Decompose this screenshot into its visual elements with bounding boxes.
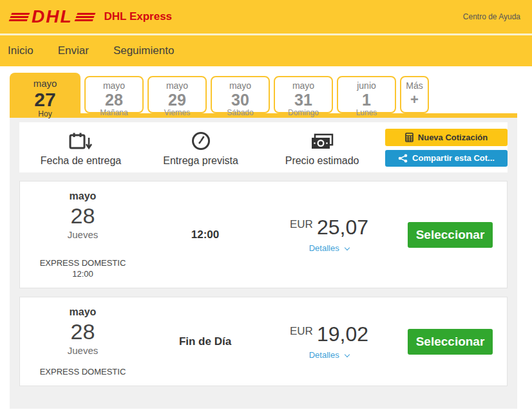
money-icon: [259, 129, 385, 151]
quote-day: 28: [71, 203, 95, 228]
calendar-down-icon: [19, 129, 142, 151]
column-estimated-price: Precio estimado: [259, 129, 385, 167]
details-label: Detalles: [309, 350, 339, 360]
top-header: DHL DHL Express Centro de Ayuda: [0, 0, 532, 33]
tab-day: 27: [10, 89, 81, 109]
service-name: EXPRESS DOMESTIC: [40, 366, 126, 386]
date-tab-mayo-31[interactable]: mayo 31 Domingo: [274, 76, 333, 113]
date-tab-mayo-30[interactable]: mayo 30 Sábado: [211, 76, 270, 113]
quote-actions: Nueva Cotización Compartir esta Cot...: [385, 129, 508, 167]
nav-item-seguimiento[interactable]: Seguimiento: [113, 44, 175, 57]
date-tabs: mayo 27 Hoy mayo 28 Mañana mayo 29 Viern…: [10, 73, 429, 118]
results-panel: Fecha de entrega Entrega prevista: [10, 118, 517, 409]
column-label: Fecha de entrega: [19, 155, 142, 167]
chevron-down-icon: [345, 352, 350, 357]
date-tab-mayo-29[interactable]: mayo 29 Viernes: [147, 76, 207, 113]
quote-row-express-1200: mayo 28 Jueves EXPRESS DOMESTIC 12:00 12…: [19, 181, 508, 288]
service-label: EXPRESS DOMESTIC: [40, 257, 126, 268]
tab-month: mayo: [86, 80, 142, 91]
column-label: Precio estimado: [259, 155, 385, 167]
select-cell: Seleccionar: [394, 329, 507, 355]
tab-day: 28: [86, 91, 142, 108]
date-tabs-zone: mayo 27 Hoy mayo 28 Mañana mayo 29 Viern…: [0, 66, 532, 118]
column-label: Entrega prevista: [142, 155, 259, 167]
select-button[interactable]: Seleccionar: [408, 329, 493, 355]
quote-month: mayo: [70, 306, 97, 319]
new-quote-button[interactable]: Nueva Cotización: [385, 129, 508, 146]
tab-weekday: Domingo: [275, 108, 332, 118]
dhl-logo-text: DHL: [32, 8, 73, 26]
tab-month: junio: [338, 80, 395, 91]
share-quote-label: Compartir esta Cot...: [412, 153, 495, 163]
date-tab-mayo-28[interactable]: mayo 28 Mañana: [84, 76, 144, 113]
price-block: EUR 19,02 Detalles: [265, 323, 394, 360]
calculator-icon: [405, 133, 413, 142]
details-link[interactable]: Detalles: [265, 243, 394, 253]
quote-date: mayo 28 Jueves EXPRESS DOMESTIC 12:00: [20, 182, 146, 288]
select-button[interactable]: Seleccionar: [408, 222, 493, 248]
column-delivery-date: Fecha de entrega: [19, 129, 142, 167]
dhl-logo-stripes-right-icon: [74, 13, 95, 21]
details-label: Detalles: [309, 243, 339, 253]
new-quote-label: Nueva Cotización: [418, 133, 488, 142]
currency-label: EUR: [290, 325, 313, 338]
nav-item-inicio[interactable]: Inicio: [8, 44, 33, 57]
tab-day: 1: [338, 91, 395, 108]
tab-day: 31: [275, 91, 332, 108]
quote-month: mayo: [70, 190, 97, 203]
price-amount: 19,02: [317, 323, 368, 345]
tab-month: mayo: [275, 80, 332, 91]
quote-weekday: Jueves: [68, 344, 99, 357]
tab-month: mayo: [149, 80, 205, 91]
date-tab-junio-1[interactable]: junio 1 Lunes: [337, 76, 396, 113]
quote-weekday: Jueves: [68, 228, 99, 241]
tab-month: Más: [401, 80, 428, 91]
dhl-logo[interactable]: DHL: [10, 8, 94, 26]
date-tab-mayo-27[interactable]: mayo 27 Hoy: [10, 73, 81, 118]
share-icon: [398, 154, 408, 163]
quote-date: mayo 28 Jueves EXPRESS DOMESTIC: [20, 297, 146, 386]
tab-weekday: Lunes: [338, 108, 395, 118]
tab-weekday: Hoy: [10, 109, 81, 119]
tab-day: 29: [149, 91, 205, 108]
clock-icon: [142, 129, 259, 151]
column-expected-delivery: Entrega prevista: [142, 129, 259, 167]
share-quote-button[interactable]: Compartir esta Cot...: [385, 150, 508, 167]
delivery-time: 12:00: [146, 228, 265, 241]
currency-label: EUR: [290, 218, 313, 231]
columns-header: Fecha de entrega Entrega prevista: [19, 122, 508, 172]
nav-item-enviar[interactable]: Enviar: [58, 44, 89, 57]
dhl-logo-stripes-left-icon: [9, 13, 30, 21]
select-cell: Seleccionar: [394, 222, 507, 248]
chevron-down-icon: [345, 245, 350, 250]
tab-weekday: Mañana: [86, 108, 142, 118]
quote-row-express-endofday: mayo 28 Jueves EXPRESS DOMESTIC Fin de D…: [19, 297, 508, 386]
delivery-time: Fin de Día: [146, 335, 265, 348]
details-link[interactable]: Detalles: [265, 350, 394, 360]
date-tab-more[interactable]: Más +: [400, 76, 429, 113]
price-line: EUR 19,02: [265, 323, 394, 345]
tab-weekday: Viernes: [149, 108, 205, 118]
quote-day: 28: [71, 319, 95, 344]
service-time: 12:00: [40, 268, 126, 279]
brand-title: DHL Express: [104, 10, 173, 23]
price-block: EUR 25,07 Detalles: [265, 216, 394, 253]
help-center-link[interactable]: Centro de Ayuda: [463, 12, 520, 21]
plus-icon: +: [401, 91, 428, 108]
main-nav: Inicio Enviar Seguimiento: [0, 35, 532, 66]
service-name: EXPRESS DOMESTIC 12:00: [40, 257, 126, 288]
service-label: EXPRESS DOMESTIC: [40, 366, 126, 377]
price-line: EUR 25,07: [265, 216, 394, 238]
tab-month: mayo: [10, 78, 81, 89]
price-amount: 25,07: [317, 216, 368, 238]
tab-day: 30: [212, 91, 269, 108]
tab-month: mayo: [212, 80, 269, 91]
tab-weekday: Sábado: [212, 108, 269, 118]
